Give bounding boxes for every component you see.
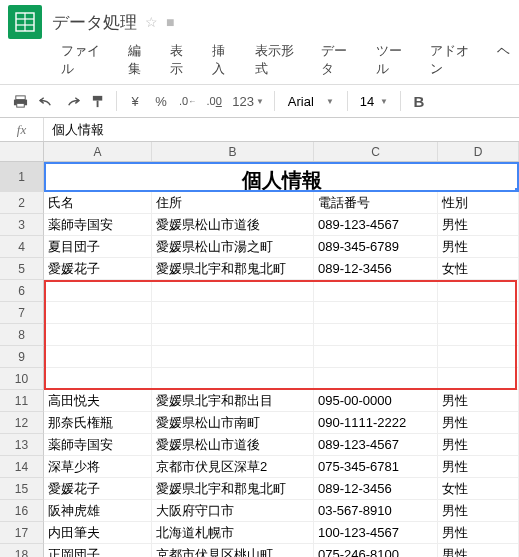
menu-help[interactable]: ヘ <box>488 40 519 80</box>
row-header[interactable]: 1 <box>0 162 44 192</box>
cell[interactable]: 愛媛県北宇和郡鬼北町 <box>152 478 314 500</box>
cell[interactable]: 男性 <box>438 500 519 522</box>
row-header[interactable]: 14 <box>0 456 44 478</box>
cell[interactable]: 男性 <box>438 412 519 434</box>
col-header-D[interactable]: D <box>438 142 519 161</box>
currency-button[interactable]: ¥ <box>123 88 147 114</box>
cell[interactable]: 男性 <box>438 544 519 557</box>
row-header[interactable]: 8 <box>0 324 44 346</box>
cell[interactable] <box>438 324 519 346</box>
merged-title-cell[interactable]: 個人情報 <box>44 162 519 192</box>
cell[interactable]: 愛媛県松山市道後 <box>152 434 314 456</box>
percent-button[interactable]: % <box>149 88 173 114</box>
selection-handle[interactable] <box>515 188 519 192</box>
cell[interactable]: 愛媛県松山市湯之町 <box>152 236 314 258</box>
cell[interactable] <box>44 302 152 324</box>
cell[interactable]: 愛媛県北宇和郡鬼北町 <box>152 258 314 280</box>
cell[interactable]: 女性 <box>438 478 519 500</box>
cell[interactable]: 那奈氏権瓶 <box>44 412 152 434</box>
row-header[interactable]: 17 <box>0 522 44 544</box>
cell[interactable]: 089-345-6789 <box>314 236 438 258</box>
font-select[interactable]: Arial▼ <box>281 91 341 112</box>
menu-tools[interactable]: ツール <box>367 40 422 80</box>
cell[interactable]: 高田悦夫 <box>44 390 152 412</box>
cell[interactable]: 深草少将 <box>44 456 152 478</box>
row-header[interactable]: 9 <box>0 346 44 368</box>
cell[interactable] <box>44 324 152 346</box>
font-size-select[interactable]: 14▼ <box>354 92 394 111</box>
cell[interactable]: 男性 <box>438 522 519 544</box>
select-all-corner[interactable] <box>0 142 44 161</box>
header-address[interactable]: 住所 <box>152 192 314 214</box>
cell[interactable] <box>438 346 519 368</box>
bold-button[interactable]: B <box>407 88 431 114</box>
cell[interactable]: 阪神虎雄 <box>44 500 152 522</box>
cell[interactable] <box>438 280 519 302</box>
menu-insert[interactable]: 挿入 <box>203 40 245 80</box>
row-header[interactable]: 7 <box>0 302 44 324</box>
row-header[interactable]: 18 <box>0 544 44 557</box>
cell[interactable]: 京都市伏見区桃山町 <box>152 544 314 557</box>
cell[interactable]: 089-12-3456 <box>314 258 438 280</box>
col-header-A[interactable]: A <box>44 142 152 161</box>
cell[interactable]: 北海道札幌市 <box>152 522 314 544</box>
menu-file[interactable]: ファイル <box>52 40 119 80</box>
row-header[interactable]: 5 <box>0 258 44 280</box>
cell[interactable]: 薬師寺国安 <box>44 214 152 236</box>
paint-format-icon[interactable] <box>86 88 110 114</box>
cell[interactable]: 男性 <box>438 214 519 236</box>
cell[interactable] <box>152 346 314 368</box>
col-header-C[interactable]: C <box>314 142 438 161</box>
increase-decimal-button[interactable]: .00 <box>202 88 226 114</box>
cell[interactable] <box>152 368 314 390</box>
cell[interactable] <box>438 302 519 324</box>
row-header[interactable]: 11 <box>0 390 44 412</box>
cell[interactable]: 075-246-8100 <box>314 544 438 557</box>
cell[interactable]: 夏目団子 <box>44 236 152 258</box>
row-header[interactable]: 3 <box>0 214 44 236</box>
menu-edit[interactable]: 編集 <box>119 40 161 80</box>
cell[interactable]: 正岡団子 <box>44 544 152 557</box>
cell[interactable] <box>44 280 152 302</box>
menu-addons[interactable]: アドオン <box>421 40 488 80</box>
cell[interactable]: 大阪府守口市 <box>152 500 314 522</box>
header-name[interactable]: 氏名 <box>44 192 152 214</box>
cell[interactable]: 095-00-0000 <box>314 390 438 412</box>
cell[interactable]: 愛媛花子 <box>44 258 152 280</box>
redo-icon[interactable] <box>60 88 84 114</box>
doc-title[interactable]: データ処理 <box>52 11 137 34</box>
row-header[interactable]: 12 <box>0 412 44 434</box>
cell[interactable] <box>152 302 314 324</box>
cell[interactable]: 男性 <box>438 390 519 412</box>
cell[interactable] <box>152 324 314 346</box>
cell[interactable]: 薬師寺国安 <box>44 434 152 456</box>
cell[interactable]: 089-12-3456 <box>314 478 438 500</box>
row-header[interactable]: 15 <box>0 478 44 500</box>
row-header[interactable]: 4 <box>0 236 44 258</box>
print-icon[interactable] <box>8 88 32 114</box>
undo-icon[interactable] <box>34 88 58 114</box>
cell[interactable] <box>314 346 438 368</box>
cell[interactable]: 愛媛県北宇和郡出目 <box>152 390 314 412</box>
cell[interactable] <box>314 280 438 302</box>
cell[interactable]: 男性 <box>438 434 519 456</box>
cell[interactable]: 愛媛県松山市南町 <box>152 412 314 434</box>
cell[interactable] <box>314 324 438 346</box>
star-icon[interactable]: ☆ <box>145 14 158 30</box>
number-format-button[interactable]: 123▼ <box>228 88 268 114</box>
row-header[interactable]: 10 <box>0 368 44 390</box>
sheets-logo[interactable] <box>8 5 42 39</box>
cell[interactable] <box>438 368 519 390</box>
folder-icon[interactable]: ■ <box>166 14 174 30</box>
cell[interactable]: 女性 <box>438 258 519 280</box>
header-gender[interactable]: 性別 <box>438 192 519 214</box>
cell[interactable]: 100-123-4567 <box>314 522 438 544</box>
cell[interactable] <box>314 368 438 390</box>
row-header[interactable]: 13 <box>0 434 44 456</box>
cell[interactable]: 京都市伏見区深草2 <box>152 456 314 478</box>
cell[interactable] <box>44 368 152 390</box>
menu-data[interactable]: データ <box>312 40 367 80</box>
cell[interactable]: 男性 <box>438 236 519 258</box>
decrease-decimal-button[interactable]: .0← <box>175 88 200 114</box>
cell[interactable]: 愛媛県松山市道後 <box>152 214 314 236</box>
